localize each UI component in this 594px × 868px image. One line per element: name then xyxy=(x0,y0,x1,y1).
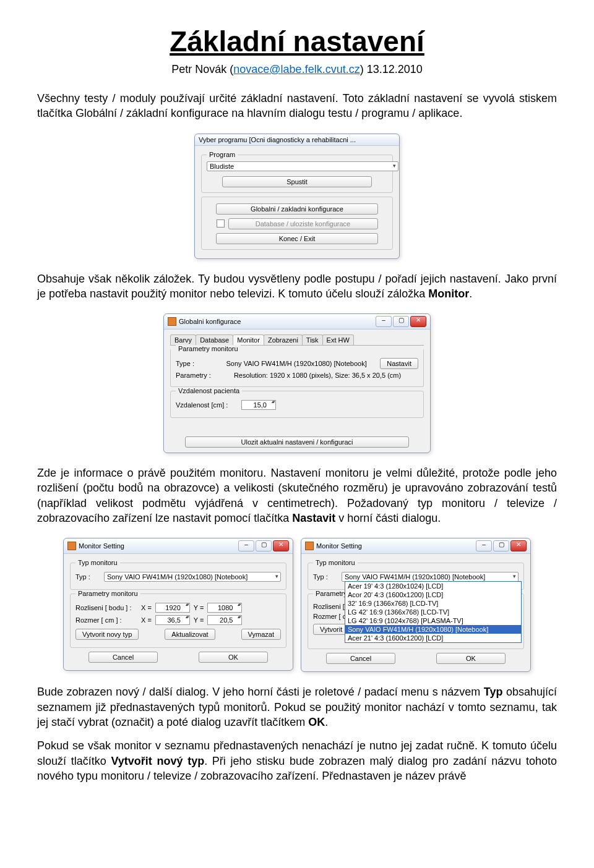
dropdown-option[interactable]: Acor 20' 4:3 (1600x1200) [LCD] xyxy=(345,590,521,599)
minimize-icon[interactable]: – xyxy=(238,540,254,551)
tab-database[interactable]: Database xyxy=(196,334,233,345)
dialog-global-config: Globalni konfigurace – ▢ ✕ Barvy Databas… xyxy=(163,313,431,453)
dialog-title: Vyber programu [Ocni diagnosticky a reha… xyxy=(199,136,356,143)
cancel-button[interactable]: Cancel xyxy=(88,652,158,663)
app-icon xyxy=(67,542,76,550)
paragraph-3: Zde je informace o právě použitém monito… xyxy=(37,466,557,525)
ok-button[interactable]: OK xyxy=(436,653,506,664)
maximize-icon[interactable]: ▢ xyxy=(393,316,409,327)
tab-tisk[interactable]: Tisk xyxy=(302,334,323,345)
monitor-type-dropdown[interactable]: Acer 19' 4:3 (1280x1024) [LCD] Acor 20' … xyxy=(345,581,522,643)
tab-monitor[interactable]: Monitor xyxy=(233,334,264,345)
group-monitortype: Typ monitoru xyxy=(313,559,358,566)
size-x-spinner[interactable]: 36,5 xyxy=(155,615,190,625)
dropdown-option[interactable]: LG 42' 16:9 (1024x768) [PLASMA-TV] xyxy=(345,616,521,625)
dialog-title: Monitor Setting xyxy=(79,542,124,550)
close-icon[interactable]: ✕ xyxy=(410,316,426,327)
tab-strip: Barvy Database Monitor Zobrazeni Tisk Ex… xyxy=(170,334,424,346)
label-distance: Vzdalenost [cm] : xyxy=(176,401,238,409)
program-combo[interactable]: Bludiste xyxy=(207,161,398,171)
page-title: Základní nastavení xyxy=(37,25,557,58)
paragraph-4: Bude zobrazen nový / další dialog. V jeh… xyxy=(37,684,557,730)
label-typ: Typ : xyxy=(75,573,100,581)
dialog-title: Monitor Setting xyxy=(316,542,362,550)
paragraph-2: Obsahuje však několik záložek. Ty budou … xyxy=(37,271,557,302)
label-type: Type : xyxy=(176,360,213,367)
author-line: Petr Novák (novace@labe.felk.cvut.cz) 13… xyxy=(37,63,557,76)
dropdown-option[interactable]: Acer 21' 4:3 (1600x1200) [LCD] xyxy=(345,634,521,642)
label-typ: Typ : xyxy=(313,573,338,581)
distance-spinner[interactable]: 15,0 xyxy=(241,400,276,410)
paragraph-5: Pokud se však monitor v seznamu přednast… xyxy=(37,738,557,783)
label-rozliseni: Rozliseni [ bodu ] : xyxy=(75,604,137,611)
update-button[interactable]: Aktualizovat xyxy=(165,629,215,640)
dropdown-option[interactable]: Acer 19' 4:3 (1280x1024) [LCD] xyxy=(345,582,521,590)
maximize-icon[interactable]: ▢ xyxy=(493,540,509,551)
tab-zobrazeni[interactable]: Zobrazeni xyxy=(264,334,303,345)
ok-button[interactable]: OK xyxy=(199,652,268,663)
dropdown-option-selected[interactable]: Sony VAIO FW41M/H (1920x1080) [Notebook] xyxy=(345,625,521,634)
minimize-icon[interactable]: – xyxy=(376,316,392,327)
cancel-button[interactable]: Cancel xyxy=(326,653,395,664)
close-icon[interactable]: ✕ xyxy=(510,540,527,551)
app-icon xyxy=(305,542,314,550)
monitor-type-combo[interactable]: Sony VAIO FW41M/H (1920x1080) [Notebook] xyxy=(104,572,281,582)
app-icon xyxy=(168,317,176,326)
global-config-button[interactable]: Globalni / zakladni konfigurace xyxy=(216,203,378,215)
label-rozmer-partial: Rozmer [ c xyxy=(313,613,346,620)
tab-barvy[interactable]: Barvy xyxy=(170,334,196,345)
paragraph-1: Všechny testy / moduly používají určité … xyxy=(37,91,557,121)
nastavit-button[interactable]: Nastavit xyxy=(380,358,418,369)
maximize-icon[interactable]: ▢ xyxy=(256,540,272,551)
new-type-button[interactable]: Vytvorit novy typ xyxy=(75,629,139,640)
group-monitor-params: Parametry monitoru xyxy=(75,590,140,597)
dropdown-option[interactable]: LG 42' 16:9 (1366x768) [LCD-TV] xyxy=(345,608,521,616)
dialog-program-select: Vyber programu [Ocni diagnosticky a reha… xyxy=(194,134,400,259)
author-email-link[interactable]: novace@labe.felk.cvut.cz xyxy=(233,63,359,75)
spustit-button[interactable]: Spustit xyxy=(222,176,372,187)
res-x-spinner[interactable]: 1920 xyxy=(155,603,190,613)
dialog-monitor-setting-left: Monitor Setting – ▢ ✕ Typ monitoru Typ :… xyxy=(63,538,293,671)
group-distance: Vzdalenost pacienta xyxy=(176,387,242,394)
database-button[interactable]: Database / uloziste konfigurace xyxy=(228,218,378,229)
value-type: Sony VAIO FW41M/H (1920x1080) [Notebook] xyxy=(217,360,376,367)
label-rozmer: Rozmer [ cm ] : xyxy=(75,616,137,624)
label-params: Parametry : xyxy=(176,372,213,379)
dropdown-option[interactable]: 32' 16:9 (1366x768) [LCD-TV] xyxy=(345,599,521,608)
group-monitortype: Typ monitoru xyxy=(75,559,120,566)
tab-exthw[interactable]: Ext HW xyxy=(322,334,354,345)
monitor-type-combo-open[interactable]: Sony VAIO FW41M/H (1920x1080) [Notebook] xyxy=(342,572,519,582)
minimize-icon[interactable]: – xyxy=(476,540,492,551)
res-y-spinner[interactable]: 1080 xyxy=(207,603,242,613)
delete-button[interactable]: Vymazat xyxy=(241,629,281,640)
close-icon[interactable]: ✕ xyxy=(273,540,289,551)
dialog-monitor-setting-right: Monitor Setting – ▢ ✕ Typ monitoru Typ :… xyxy=(301,538,531,672)
label-rozliseni-partial: Rozliseni [ xyxy=(313,603,345,610)
value-params: Resolution: 1920 x 1080 (pixels), Size: … xyxy=(217,372,418,379)
size-y-spinner[interactable]: 20,5 xyxy=(207,615,242,625)
group-monitor-params: Parametry monitoru xyxy=(176,345,241,352)
group-program-title: Program xyxy=(207,151,238,158)
exit-button[interactable]: Konec / Exit xyxy=(216,233,378,244)
save-config-button[interactable]: Ulozit aktualni nastaveni / konfiguraci xyxy=(185,436,409,448)
db-checkbox[interactable] xyxy=(217,219,225,228)
dialog-title: Globalni konfigurace xyxy=(179,318,241,325)
